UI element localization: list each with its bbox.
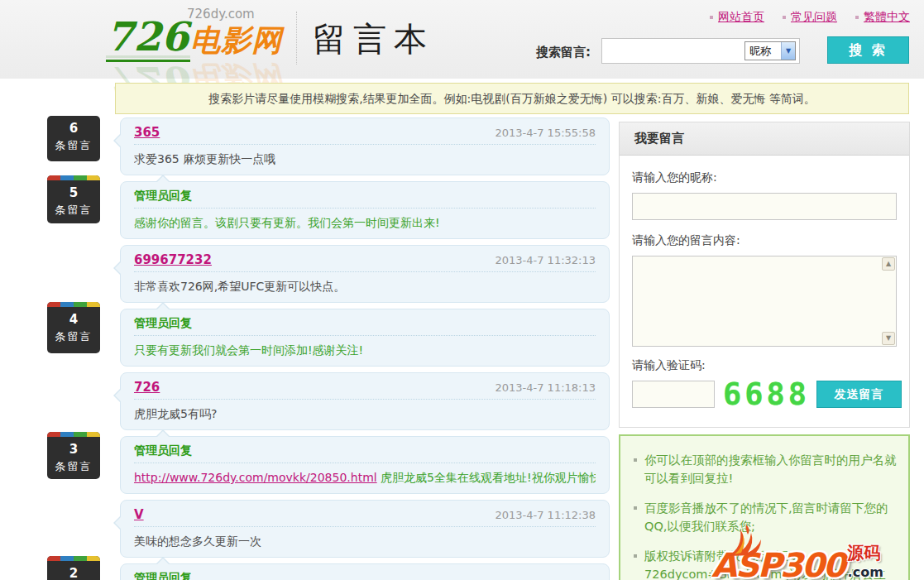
header-divider xyxy=(296,12,297,65)
page-title: 留言本 xyxy=(313,17,434,62)
dotted-separator xyxy=(134,271,596,272)
bullet-icon xyxy=(710,16,713,19)
admin-reply-card: 管理员回复 感谢你的留言。该剧只要有更新。我们会第一时间更新出来! xyxy=(120,181,610,239)
admin-reply-title: 管理员回复 xyxy=(134,571,596,580)
dotted-separator xyxy=(134,399,596,400)
dotted-separator xyxy=(134,463,596,463)
scroll-up-icon[interactable]: ▲ xyxy=(882,257,895,271)
message-count-badge: 5 条留言 xyxy=(47,175,100,223)
bullet-icon xyxy=(855,16,859,19)
message-count-badge: 6 条留言 xyxy=(47,116,100,161)
search-field-selected: 昵称 xyxy=(749,44,771,59)
badge-color-stripe xyxy=(47,302,100,307)
scroll-down-icon[interactable]: ▼ xyxy=(882,332,895,345)
dotted-separator xyxy=(134,335,596,336)
admin-reply-title: 管理员回复 xyxy=(134,443,596,458)
captcha-input[interactable] xyxy=(632,381,715,408)
message-count-badge: 2 条留言 xyxy=(47,556,100,580)
message-content-textarea[interactable]: ▲ ▼ xyxy=(632,256,897,347)
search-input[interactable] xyxy=(604,41,741,61)
bullet-icon xyxy=(634,554,637,558)
message-card: 726 2013-4-7 11:18:13 虎胆龙威5有吗? xyxy=(120,372,610,430)
dotted-separator xyxy=(134,144,596,145)
message-content: 虎胆龙威5有吗? xyxy=(134,407,596,422)
tip-item: 百度影音播放不了的情况下,留言时请留下您的QQ,以便我们联系您; xyxy=(632,499,897,536)
message-content: 非常喜欢726网,希望UFC更新可以快点。 xyxy=(134,280,596,295)
badge-color-stripe xyxy=(47,432,100,437)
submit-message-button[interactable]: 发送留言 xyxy=(816,381,902,408)
notice-bar: 搜索影片请尽量使用模糊搜索,结果更加全面。例如:电视剧(百万新娘之爱无悔) 可以… xyxy=(115,83,909,114)
admin-reply-card: 管理员回复 http://www.726dy.com/movkk/20850.h… xyxy=(120,436,610,494)
message-card: 365 2013-4-7 15:55:58 求爱365 麻烦更新快一点哦 xyxy=(120,117,610,175)
top-nav: 网站首页 常见问题 繁體中文 xyxy=(710,10,910,25)
tip-item: 版权投诉请附带版权所属证明726dycom#Gmail.com ,请发到邮件后会… xyxy=(632,547,897,580)
message-user-link[interactable]: V xyxy=(134,507,144,522)
message-card: V 2013-4-7 11:12:38 美味的想念多久更新一次 xyxy=(120,500,610,558)
bullet-icon xyxy=(783,16,786,19)
bullet-icon xyxy=(634,458,637,462)
dotted-separator xyxy=(134,526,596,527)
nav-link-home[interactable]: 网站首页 xyxy=(710,10,764,25)
message-content-editable[interactable] xyxy=(633,256,881,346)
tip-item: 你可以在顶部的搜索框输入你留言时的用户名就可以看到回复拉! xyxy=(632,451,897,488)
message-content: 美味的想念多久更新一次 xyxy=(134,534,596,549)
dropdown-arrow-icon[interactable]: ▼ xyxy=(781,42,795,60)
message-user-link[interactable]: 699677232 xyxy=(134,252,212,267)
search-box: 昵称 ▼ xyxy=(601,38,800,64)
badge-color-stripe xyxy=(47,175,100,180)
admin-reply-title: 管理员回复 xyxy=(134,316,596,331)
message-list: 365 2013-4-7 15:55:58 求爱365 麻烦更新快一点哦 管理员… xyxy=(120,117,610,580)
message-content: 求爱365 麻烦更新快一点哦 xyxy=(134,152,596,167)
message-date: 2013-4-7 11:12:38 xyxy=(495,509,596,521)
admin-reply-content: 只要有更新我们就会第一时间添加!感谢关注! xyxy=(134,343,596,358)
admin-reply-content: 感谢你的留言。该剧只要有更新。我们会第一时间更新出来! xyxy=(134,216,596,231)
message-card: 699677232 2013-4-7 11:32:13 非常喜欢726网,希望U… xyxy=(120,245,610,303)
nickname-input[interactable] xyxy=(632,193,897,220)
captcha-code-image: 6688 xyxy=(723,381,810,408)
badge-color-stripe xyxy=(47,556,100,561)
search-field-select[interactable]: 昵称 ▼ xyxy=(744,41,796,60)
search-button[interactable]: 搜 索 xyxy=(827,36,909,64)
message-date: 2013-4-7 11:18:13 xyxy=(495,381,596,394)
message-date: 2013-4-7 15:55:58 xyxy=(495,127,596,139)
admin-reply-card: 管理员回复 只要有更新我们就会第一时间添加!感谢关注! xyxy=(120,309,610,367)
site-header: 726dy.com 726电影网 726电影网 留言本 网站首页 常见问题 繁體… xyxy=(0,0,924,79)
post-message-panel: 我要留言 请输入您的昵称: 请输入您的留言内容: ▲ ▼ 请输入验证码: 668… xyxy=(619,122,910,428)
dotted-separator xyxy=(134,208,596,209)
admin-reply-content: http://www.726dy.com/movkk/20850.html 虎胆… xyxy=(134,471,596,486)
message-count-badge: 4 条留言 xyxy=(47,302,100,353)
nav-link-traditional-chinese[interactable]: 繁體中文 xyxy=(855,10,910,25)
bullet-icon xyxy=(634,506,637,510)
post-panel-title: 我要留言 xyxy=(620,122,909,156)
captcha-label: 请输入验证码: xyxy=(632,358,897,373)
nav-link-faq[interactable]: 常见问题 xyxy=(783,10,837,25)
reply-movie-link[interactable]: http://www.726dy.com/movkk/20850.html xyxy=(134,471,377,484)
search-label: 搜索留言: xyxy=(536,45,591,60)
nickname-label: 请输入您的昵称: xyxy=(632,170,897,185)
logo-main: 726电影网 xyxy=(106,13,282,61)
message-user-link[interactable]: 726 xyxy=(134,380,160,395)
logo-suffix: 电影网 xyxy=(190,23,282,57)
message-count-badge: 3 条留言 xyxy=(47,432,100,479)
tips-panel: 你可以在顶部的搜索框输入你留言时的用户名就可以看到回复拉! 百度影音播放不了的情… xyxy=(619,434,910,580)
guestbook-page: 726dy.com 726电影网 726电影网 留言本 网站首页 常见问题 繁體… xyxy=(0,0,924,580)
content-label: 请输入您的留言内容: xyxy=(632,233,897,248)
admin-reply-title: 管理员回复 xyxy=(134,189,596,204)
message-date: 2013-4-7 11:32:13 xyxy=(495,254,596,266)
admin-reply-card: 管理员回复 xyxy=(120,563,610,580)
message-user-link[interactable]: 365 xyxy=(134,125,160,140)
